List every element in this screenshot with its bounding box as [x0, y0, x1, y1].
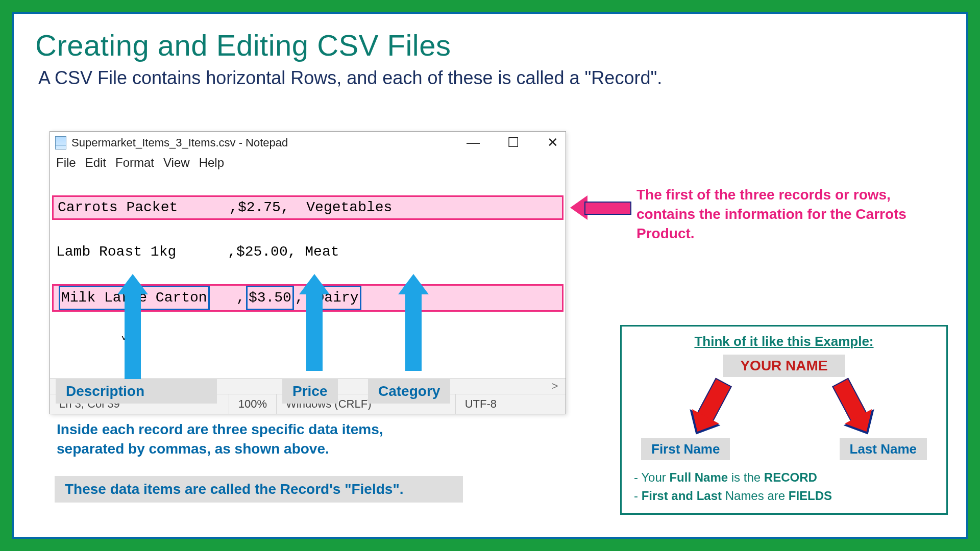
example-line1: - Your Full Name is the RECORD — [634, 468, 934, 487]
example-firstname-label: First Name — [641, 438, 730, 460]
row2-desc: Lamb Roast 1kg — [56, 244, 228, 260]
example-yourname: YOUR NAME — [723, 355, 845, 377]
maximize-icon[interactable]: ☐ — [505, 135, 521, 151]
row1-cat: Vegetables — [306, 199, 392, 215]
page-subtitle: A CSV File contains horizontal Rows, and… — [38, 67, 945, 89]
row1-price: $2.75 — [238, 199, 281, 215]
label-price: Price — [282, 379, 338, 404]
example-box: Think of it like this Example: YOUR NAME… — [620, 325, 948, 515]
row2-price: $25.00 — [236, 244, 288, 260]
arrow-first-record — [570, 197, 631, 217]
label-category: Category — [368, 379, 450, 404]
example-title: Think of it like this Example: — [631, 334, 937, 349]
arrow-lastname — [832, 378, 868, 423]
row2-cat: Meat — [305, 244, 339, 260]
menu-view[interactable]: View — [163, 156, 190, 170]
arrow-price — [303, 274, 326, 371]
notepad-menu: File Edit Format View Help — [50, 154, 566, 174]
arrow-category — [402, 274, 425, 371]
minimize-icon[interactable]: — — [465, 135, 481, 151]
page-title: Creating and Editing CSV Files — [35, 28, 945, 62]
menu-file[interactable]: File — [56, 156, 76, 170]
explain-fields-definition: These data items are called the Record's… — [55, 476, 463, 503]
notepad-window-title: Supermarket_Items_3_Items.csv - Notepad — [71, 136, 465, 149]
row3-price-field: $3.50 — [246, 286, 294, 310]
menu-help[interactable]: Help — [199, 156, 224, 170]
example-line2: - First and Last Names are FIELDS — [634, 487, 934, 505]
example-arrows — [631, 382, 937, 438]
label-description: Description — [56, 379, 217, 404]
status-zoom: 100% — [229, 394, 277, 414]
arrow-description — [121, 274, 144, 390]
csv-row-2: Lamb Roast 1kg ,$25.00, Meat — [52, 241, 564, 263]
example-explanations: - Your Full Name is the RECORD - First a… — [631, 468, 937, 505]
arrow-firstname — [696, 378, 732, 423]
callout-first-record: The first of the three records or rows, … — [636, 185, 922, 243]
explain-fields-sentence: Inside each record are three specific da… — [57, 420, 434, 459]
close-icon[interactable]: ✕ — [545, 135, 560, 151]
status-enc: UTF-8 — [456, 394, 566, 414]
csv-row-1: Carrots Packet ,$2.75, Vegetables — [52, 195, 564, 220]
menu-format[interactable]: Format — [115, 156, 154, 170]
slide-inner-border: Creating and Editing CSV Files A CSV Fil… — [12, 12, 968, 539]
slide-outer-border: Creating and Editing CSV Files A CSV Fil… — [0, 0, 980, 551]
notepad-icon — [55, 136, 66, 149]
menu-edit[interactable]: Edit — [85, 156, 106, 170]
notepad-titlebar: Supermarket_Items_3_Items.csv - Notepad … — [50, 132, 566, 154]
row1-desc: Carrots Packet — [58, 199, 229, 215]
scroll-right-icon[interactable]: > — [550, 380, 559, 393]
